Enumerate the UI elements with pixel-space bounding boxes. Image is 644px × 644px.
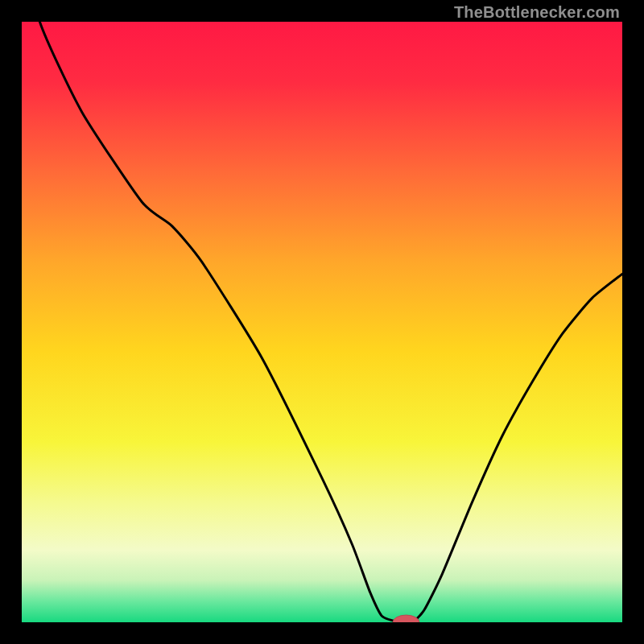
gradient-background xyxy=(22,22,622,622)
chart-frame: TheBottlenecker.com xyxy=(0,0,644,644)
plot-area xyxy=(22,22,622,622)
bottleneck-chart xyxy=(22,22,622,622)
attribution-text: TheBottlenecker.com xyxy=(454,3,620,22)
